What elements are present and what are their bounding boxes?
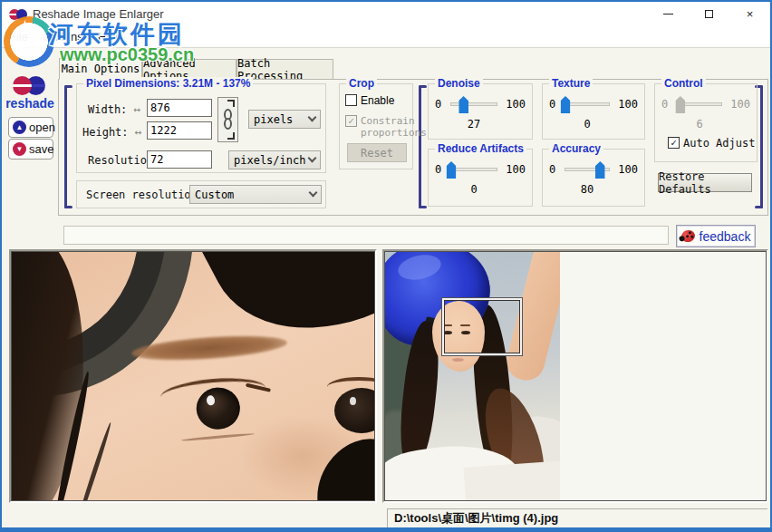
reduce-artifacts-value: 0 [429, 183, 519, 196]
crop-enable-row[interactable]: Enable [345, 94, 394, 107]
control-value: 6 [655, 118, 744, 131]
accuracy-slider-thumb[interactable] [595, 161, 605, 179]
tab-batch-processing[interactable]: Batch Processing [236, 59, 333, 79]
crop-enable-checkbox[interactable] [345, 94, 357, 106]
window-title: Reshade Image Enlarger [33, 7, 164, 21]
chevron-down-icon [308, 154, 317, 163]
accuracy-min-label: 0 [549, 163, 558, 176]
title-bar[interactable]: Reshade Image Enlarger × [2, 2, 770, 26]
open-button-label: open [29, 121, 55, 134]
denoise-header: Denoise [435, 77, 483, 90]
restore-defaults-button[interactable]: Restore Defaults [658, 173, 752, 192]
texture-slider-track[interactable] [565, 102, 610, 106]
chevron-down-icon [308, 113, 317, 122]
reduce-artifacts-header: Reduce Artifacts [435, 142, 526, 155]
zoom-selection-rectangle[interactable] [442, 298, 522, 355]
menu-options[interactable]: Options [35, 30, 91, 44]
width-input[interactable] [147, 99, 212, 117]
app-window: Reshade Image Enlarger × File Options He… [0, 0, 772, 532]
zoom-preview-panel[interactable] [9, 249, 377, 503]
save-icon: ▼ [13, 142, 26, 156]
lips [452, 358, 464, 362]
open-button[interactable]: ▲ open [8, 117, 53, 138]
width-label: Width: ↔ [88, 102, 140, 116]
chevron-down-icon [309, 189, 318, 198]
accuracy-max-label: 100 [616, 163, 638, 176]
file-path: D:\tools\桌面\图片\timg (4).jpg [388, 510, 558, 527]
original-image-panel[interactable] [382, 249, 768, 503]
app-icon [9, 8, 29, 21]
white-shirt [463, 460, 560, 500]
accuracy-value: 80 [543, 183, 632, 196]
screen-resolution-group: Screen resolution Custom [76, 180, 326, 208]
auto-adjust-row[interactable]: ✓ Auto Adjust [668, 137, 755, 150]
denoise-min-label: 0 [435, 98, 444, 111]
resolution-units-dropdown[interactable]: pixels/inch [228, 150, 321, 169]
menu-help[interactable]: Help [91, 30, 130, 44]
accuracy-group: Accuracy 0 100 80 [542, 149, 645, 207]
original-photo[interactable] [385, 252, 560, 500]
pixel-dimensions-group: Pixel Dimensions: 3.21M - 137% Width: ↔ … [76, 83, 326, 173]
feedback-label: feedback [700, 229, 751, 244]
texture-max-label: 100 [616, 98, 638, 111]
height-input[interactable] [147, 121, 212, 140]
denoise-group: Denoise 0 100 27 [428, 83, 533, 140]
texture-min-label: 0 [549, 98, 558, 111]
minimize-icon [663, 14, 673, 15]
units-dropdown[interactable]: pixels [248, 110, 321, 129]
maximize-button[interactable] [689, 2, 729, 26]
save-button-label: save [29, 142, 53, 156]
resolution-input[interactable] [147, 150, 212, 169]
open-icon: ▲ [13, 121, 26, 134]
reshade-logo-icon [13, 76, 49, 94]
resolution-units-value: pixels/inch [234, 154, 305, 167]
reduce-artifacts-group: Reduce Artifacts 0 100 0 [428, 149, 533, 207]
tab-advanced-options[interactable]: Advanced Options [142, 59, 236, 79]
denoise-max-label: 100 [504, 98, 526, 111]
denoise-slider-thumb[interactable] [458, 96, 468, 113]
right-bracket-decoration [760, 85, 763, 208]
accuracy-header: Accuracy [549, 142, 603, 155]
texture-slider-thumb[interactable] [561, 96, 571, 113]
units-dropdown-value: pixels [254, 113, 293, 126]
denoise-value: 27 [429, 118, 519, 131]
reduce-artifacts-min-label: 0 [435, 163, 444, 176]
crop-group: Crop Enable ✓ Constrain proportions Rese… [339, 83, 413, 169]
auto-adjust-checkbox[interactable]: ✓ [668, 137, 680, 149]
width-resize-icon: ↔ [134, 102, 141, 116]
brand-label: reshade [2, 96, 58, 111]
minimize-button[interactable] [648, 2, 689, 26]
control-group: Control 0 100 6 ✓ Auto Adjust [654, 83, 758, 162]
reduce-artifacts-slider-thumb[interactable] [447, 161, 457, 179]
texture-group: Texture 0 100 0 [542, 83, 645, 140]
progress-bar [63, 226, 669, 245]
texture-header: Texture [549, 77, 593, 90]
left-preview-image [12, 252, 374, 500]
close-button[interactable]: × [729, 2, 770, 26]
screen-resolution-dropdown[interactable]: Custom [189, 185, 322, 204]
reduce-artifacts-slider-track[interactable] [450, 168, 497, 171]
screen-resolution-value: Custom [195, 189, 234, 201]
denoise-slider-track[interactable] [450, 102, 497, 106]
resolution-label: Resolution [88, 154, 153, 167]
menu-file[interactable]: File [2, 30, 35, 44]
maximize-icon [705, 10, 713, 18]
constrain-proportions-row: ✓ Constrain proportions [345, 115, 427, 139]
control-slider-thumb [675, 96, 685, 113]
texture-value: 0 [543, 118, 632, 131]
constrain-proportions-checkbox: ✓ [345, 115, 357, 127]
left-bracket-decoration [64, 85, 67, 208]
ladybug-icon [680, 228, 696, 244]
menu-separator [2, 47, 770, 48]
middle-bracket-decoration [419, 85, 421, 208]
feedback-button[interactable]: feedback [676, 225, 756, 247]
control-slider-track [677, 102, 722, 106]
save-button[interactable]: ▼ save [8, 139, 53, 160]
crop-reset-button: Reset [347, 143, 407, 162]
link-dimensions-icon[interactable] [217, 97, 238, 142]
crop-enable-label: Enable [361, 94, 394, 107]
accuracy-slider-track[interactable] [565, 168, 610, 171]
auto-adjust-label: Auto Adjust [683, 137, 755, 150]
menu-bar: File Options Help [2, 26, 770, 47]
screen-resolution-label: Screen resolution [86, 189, 198, 201]
